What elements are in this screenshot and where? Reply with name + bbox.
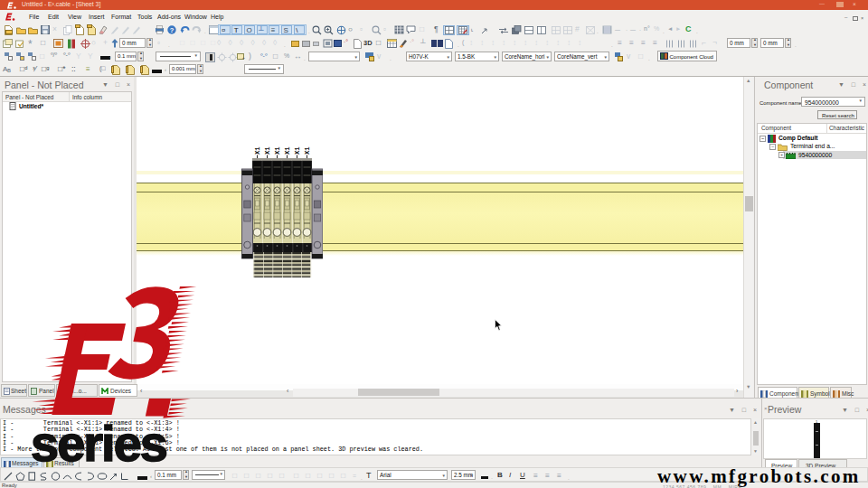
svg-text:X1: X1	[294, 146, 301, 155]
svg-text:series: series	[31, 415, 166, 472]
svg-text:X1: X1	[304, 146, 311, 155]
svg-text:X1: X1	[264, 146, 271, 155]
svg-text:X1: X1	[284, 146, 291, 155]
svg-text:X1: X1	[254, 146, 261, 155]
svg-text:?: ?	[170, 26, 175, 34]
svg-text:X1: X1	[274, 146, 281, 155]
